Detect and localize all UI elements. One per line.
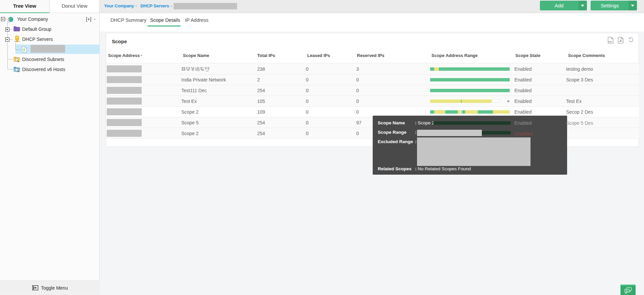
- svg-text:csv: csv: [608, 41, 612, 43]
- svg-text:S: S: [23, 48, 25, 52]
